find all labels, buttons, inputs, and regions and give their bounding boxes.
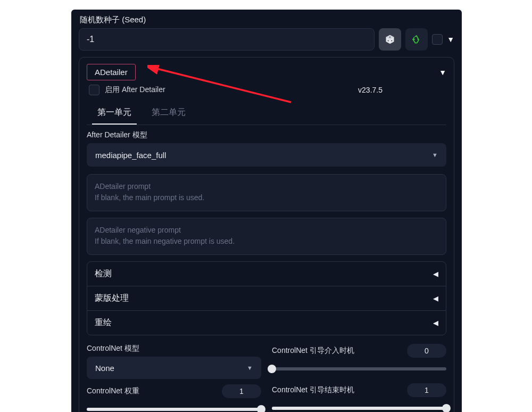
accordion-redraw[interactable]: 重绘 ◀	[87, 311, 446, 335]
cn-end-value[interactable]: 1	[407, 383, 446, 397]
collapse-adetailer-icon[interactable]: ▼	[439, 68, 446, 77]
left-triangle-icon: ◀	[433, 270, 438, 278]
reuse-seed-button[interactable]	[405, 28, 428, 51]
left-triangle-icon: ◀	[433, 319, 438, 327]
model-select-value: mediapipe_face_full	[95, 151, 166, 160]
cn-end-slider[interactable]	[272, 403, 446, 412]
model-label: After Detailer 模型	[87, 130, 446, 140]
prompt-placeholder-2: If blank, the main prompt is used.	[95, 192, 438, 203]
extra-checkbox[interactable]	[432, 34, 443, 45]
cn-model-label: ControlNet 模型	[87, 344, 261, 353]
cn-start-label: ControlNet 引导介入时机	[272, 346, 354, 356]
cn-start-value[interactable]: 0	[407, 344, 446, 358]
seed-label: 随机数种子 (Seed)	[79, 15, 454, 25]
svg-point-1	[391, 40, 392, 42]
cn-weight-slider[interactable]	[87, 405, 261, 412]
expand-extra-icon[interactable]: ▼	[447, 35, 454, 44]
adetailer-panel: ADetailer ▼ 启用 After Detailer v23.7.5 第一…	[79, 57, 454, 412]
prompt-placeholder-1: ADetailer prompt	[95, 181, 438, 192]
left-triangle-icon: ◀	[433, 294, 438, 302]
enable-adetailer-label: 启用 After Detailer	[105, 85, 165, 95]
dice-icon	[385, 34, 395, 45]
seed-row: ▼	[79, 28, 454, 51]
svg-point-0	[388, 40, 389, 42]
negative-prompt-textarea[interactable]: ADetailer negative prompt If blank, the …	[87, 218, 446, 255]
chevron-down-icon: ▼	[247, 365, 253, 371]
enable-adetailer-checkbox[interactable]	[89, 85, 99, 95]
chevron-down-icon: ▼	[432, 152, 438, 158]
cn-model-value: None	[95, 364, 114, 373]
adetailer-header: ADetailer ▼	[87, 64, 446, 80]
cn-end-label: ControlNet 引导结束时机	[272, 385, 354, 395]
accordion-detect[interactable]: 检测 ◀	[87, 262, 446, 286]
svg-point-2	[389, 37, 390, 38]
enable-row: 启用 After Detailer v23.7.5	[89, 85, 446, 95]
cn-start-slider[interactable]	[272, 364, 446, 374]
adetailer-version: v23.7.5	[358, 86, 383, 94]
model-select[interactable]: mediapipe_face_full ▼	[87, 143, 446, 167]
cn-model-select[interactable]: None ▼	[87, 357, 261, 379]
controlnet-grid: ControlNet 模型 None ▼ ControlNet 权重 1 Co	[87, 344, 446, 412]
unit-tabs: 第一单元 第二单元	[87, 102, 446, 125]
cn-weight-value[interactable]: 1	[222, 384, 261, 398]
cn-weight-label: ControlNet 权重	[87, 386, 139, 396]
recycle-icon	[411, 34, 422, 45]
neg-placeholder-2: If blank, the main negative prompt is us…	[95, 236, 438, 247]
neg-placeholder-1: ADetailer negative prompt	[95, 225, 438, 236]
random-seed-button[interactable]	[379, 28, 401, 51]
tab-unit-1[interactable]: 第一单元	[92, 102, 137, 125]
options-accordion: 检测 ◀ 蒙版处理 ◀ 重绘 ◀	[87, 261, 446, 335]
tab-unit-2[interactable]: 第二单元	[146, 102, 191, 125]
settings-panel: 随机数种子 (Seed) ▼ ADetailer ▼ 启用 After Deta…	[71, 10, 462, 412]
adetailer-title[interactable]: ADetailer	[87, 64, 136, 80]
accordion-mask[interactable]: 蒙版处理 ◀	[87, 286, 446, 311]
seed-input[interactable]	[79, 28, 375, 51]
prompt-textarea[interactable]: ADetailer prompt If blank, the main prom…	[87, 174, 446, 211]
